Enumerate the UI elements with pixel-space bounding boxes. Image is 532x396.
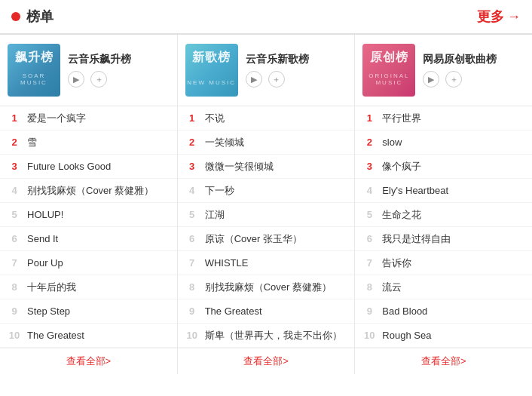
list-item[interactable]: 4别找我麻烦（Cover 蔡健雅） <box>0 179 177 203</box>
song-name: Ely's Heartbeat <box>382 185 524 196</box>
list-item[interactable]: 7WHISTLE <box>178 251 355 275</box>
song-rank: 8 <box>185 281 199 293</box>
song-name: 斯卑（世界再大，我走不出你） <box>205 329 347 342</box>
list-item[interactable]: 1爱是一个疯字 <box>0 106 177 130</box>
song-name: 微微一笑很倾城 <box>205 160 347 173</box>
song-name: HOLUP! <box>27 209 170 220</box>
chart-cover-new[interactable]: 新歌榜 NEW MUSIC <box>185 44 238 97</box>
list-item[interactable]: 8十年后的我 <box>0 275 177 299</box>
song-name: WHISTLE <box>205 257 347 269</box>
chart-col-new: 新歌榜 NEW MUSIC 云音乐新歌榜▶＋1不说2一笑倾城3微微一笑很倾城4下… <box>178 35 356 374</box>
charts-container: 飙升榜 SOAR MUSIC 云音乐飙升榜▶＋1爱是一个疯字2雪3Future … <box>0 35 532 374</box>
song-name: 江湖 <box>205 208 347 222</box>
song-rank: 2 <box>8 137 21 148</box>
header: 榜单 更多 → <box>0 0 532 35</box>
list-item[interactable]: 2雪 <box>0 130 177 155</box>
list-item[interactable]: 9Bad Blood <box>355 299 532 324</box>
chart-info-soar: 云音乐飙升榜▶＋ <box>68 53 131 87</box>
list-item[interactable]: 10Rough Sea <box>355 324 532 348</box>
list-item[interactable]: 3微微一笑很倾城 <box>178 155 355 179</box>
song-list-soar: 1爱是一个疯字2雪3Future Looks Good4别找我麻烦（Cover … <box>0 106 177 348</box>
song-rank: 3 <box>362 161 376 172</box>
list-item[interactable]: 8流云 <box>355 275 532 299</box>
song-name: 告诉你 <box>382 256 524 270</box>
song-rank: 6 <box>185 233 199 244</box>
song-name: 流云 <box>382 281 524 294</box>
page-title: 榜单 <box>26 8 477 26</box>
song-rank: 1 <box>8 112 21 124</box>
header-dot <box>11 12 20 21</box>
song-rank: 4 <box>8 185 21 196</box>
list-item[interactable]: 2slow <box>355 130 532 155</box>
list-item[interactable]: 4Ely's Heartbeat <box>355 179 532 203</box>
song-name: 一笑倾城 <box>205 136 347 149</box>
chart-footer-new[interactable]: 查看全部> <box>178 348 355 374</box>
chart-info-new: 云音乐新歌榜▶＋ <box>246 53 309 87</box>
song-name: 原谅（Cover 张玉华） <box>205 232 347 246</box>
song-rank: 9 <box>8 305 21 317</box>
song-rank: 8 <box>362 281 376 293</box>
more-link[interactable]: 更多 → <box>477 8 521 26</box>
list-item[interactable]: 3像个疯子 <box>355 155 532 179</box>
song-name: 我只是过得自由 <box>382 232 524 246</box>
chart-col-soar: 飙升榜 SOAR MUSIC 云音乐飙升榜▶＋1爱是一个疯字2雪3Future … <box>0 35 178 374</box>
play-button-new[interactable]: ▶ <box>246 71 262 87</box>
chart-header-original: 原创榜 ORIGINAL MUSIC 网易原创歌曲榜▶＋ <box>355 35 532 106</box>
chart-cover-original[interactable]: 原创榜 ORIGINAL MUSIC <box>362 44 415 97</box>
list-item[interactable]: 1平行世界 <box>355 106 532 130</box>
play-button-original[interactable]: ▶ <box>423 71 439 87</box>
list-item[interactable]: 6我只是过得自由 <box>355 227 532 251</box>
more-label: 更多 <box>477 8 504 26</box>
song-name: Bad Blood <box>382 305 524 317</box>
song-rank: 8 <box>8 281 21 293</box>
list-item[interactable]: 1不说 <box>178 106 355 130</box>
list-item[interactable]: 8别找我麻烦（Cover 蔡健雅） <box>178 275 355 299</box>
song-rank: 3 <box>185 161 199 172</box>
chart-cover-soar[interactable]: 飙升榜 SOAR MUSIC <box>8 44 60 97</box>
list-item[interactable]: 7Pour Up <box>0 251 177 275</box>
song-rank: 6 <box>8 233 21 244</box>
list-item[interactable]: 9Step Step <box>0 299 177 324</box>
song-rank: 10 <box>185 330 199 341</box>
play-button-soar[interactable]: ▶ <box>68 71 84 87</box>
song-rank: 6 <box>362 233 376 244</box>
list-item[interactable]: 6原谅（Cover 张玉华） <box>178 227 355 251</box>
chart-footer-soar[interactable]: 查看全部> <box>0 348 177 374</box>
list-item[interactable]: 5生命之花 <box>355 203 532 227</box>
song-name: The Greatest <box>27 330 170 341</box>
song-name: The Greatest <box>205 305 347 317</box>
list-item[interactable]: 3Future Looks Good <box>0 155 177 179</box>
song-rank: 5 <box>362 209 376 220</box>
more-arrow: → <box>507 9 521 25</box>
song-rank: 4 <box>185 185 199 196</box>
song-list-original: 1平行世界2slow3像个疯子4Ely's Heartbeat5生命之花6我只是… <box>355 106 532 348</box>
list-item[interactable]: 5江湖 <box>178 203 355 227</box>
song-name: 下一秒 <box>205 184 347 198</box>
list-item[interactable]: 7告诉你 <box>355 251 532 275</box>
chart-col-original: 原创榜 ORIGINAL MUSIC 网易原创歌曲榜▶＋1平行世界2slow3像… <box>355 35 532 374</box>
add-button-soar[interactable]: ＋ <box>90 71 107 87</box>
add-button-new[interactable]: ＋ <box>268 71 285 87</box>
chart-name-soar: 云音乐飙升榜 <box>68 53 131 66</box>
song-name: 不说 <box>205 112 347 125</box>
song-rank: 1 <box>185 112 199 124</box>
song-name: Step Step <box>27 305 170 317</box>
song-rank: 1 <box>362 112 376 124</box>
list-item[interactable]: 9The Greatest <box>178 299 355 324</box>
song-rank: 9 <box>185 305 199 317</box>
list-item[interactable]: 2一笑倾城 <box>178 130 355 155</box>
list-item[interactable]: 5HOLUP! <box>0 203 177 227</box>
add-button-original[interactable]: ＋ <box>445 71 462 87</box>
list-item[interactable]: 10The Greatest <box>0 324 177 348</box>
song-name: Rough Sea <box>382 330 524 341</box>
list-item[interactable]: 10斯卑（世界再大，我走不出你） <box>178 324 355 348</box>
list-item[interactable]: 4下一秒 <box>178 179 355 203</box>
chart-actions-new: ▶＋ <box>246 71 309 87</box>
song-rank: 4 <box>362 185 376 196</box>
song-rank: 5 <box>185 209 199 220</box>
chart-footer-original[interactable]: 查看全部> <box>355 348 532 374</box>
chart-actions-original: ▶＋ <box>423 71 497 87</box>
chart-name-new: 云音乐新歌榜 <box>246 53 309 66</box>
song-name: 别找我麻烦（Cover 蔡健雅） <box>205 281 347 294</box>
list-item[interactable]: 6Send It <box>0 227 177 251</box>
